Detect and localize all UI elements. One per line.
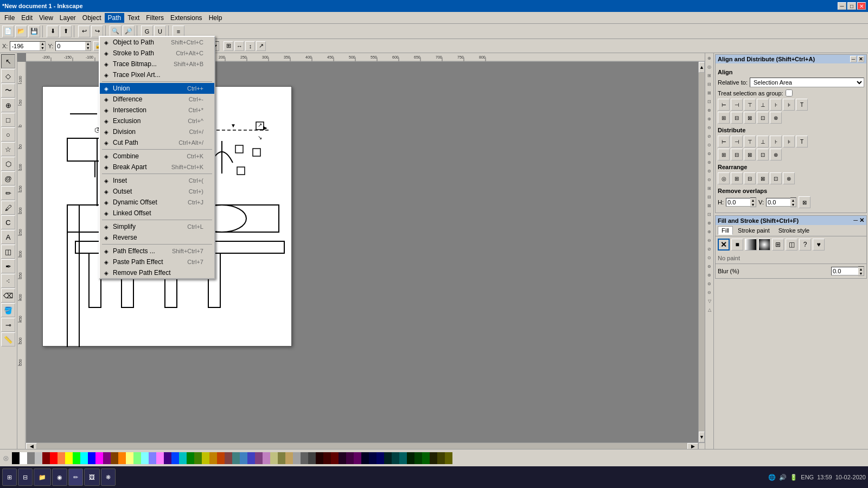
distrib-unclump[interactable]: ⊗ (770, 149, 782, 160)
color-swatch[interactable] (285, 452, 293, 464)
color-swatch[interactable] (80, 452, 88, 464)
color-swatch[interactable] (240, 452, 247, 464)
align-panel-minimize[interactable]: ─ (850, 56, 857, 62)
snap-btn-15[interactable]: ⊝ (706, 176, 713, 183)
menu-item-linked-offset[interactable]: ◈Linked Offset (100, 208, 214, 219)
save-button[interactable]: 💾 (28, 25, 40, 37)
color-swatch[interactable] (346, 452, 354, 464)
overlap-h-down[interactable]: ▼ (750, 202, 756, 207)
color-swatch[interactable] (27, 452, 35, 464)
relative-to-select[interactable]: Selection Area First selected Last selec… (750, 78, 864, 87)
menu-item-paste-path-effect[interactable]: ◈Paste Path EffectCtrl+7 (100, 256, 214, 267)
pencil-tool[interactable]: ✏ (1, 186, 15, 200)
menu-item-division[interactable]: ◈DivisionCtrl+/ (100, 126, 214, 137)
color-swatch[interactable] (42, 452, 50, 464)
color-swatch[interactable] (331, 452, 339, 464)
no-paint-icon[interactable]: ✕ (718, 239, 730, 251)
measure-tool[interactable]: 📏 (1, 332, 15, 346)
snap-btn-27[interactable]: ⊜ (706, 280, 713, 287)
overlap-h-up[interactable]: ▲ (750, 198, 756, 202)
color-swatch[interactable] (141, 452, 149, 464)
distrib-4[interactable]: ⊡ (757, 112, 769, 124)
color-swatch[interactable] (255, 452, 263, 464)
snap-btn-18[interactable]: ⊠ (706, 202, 713, 209)
align-top-edge[interactable]: ⊥ (757, 99, 769, 111)
file-explorer-button[interactable]: 📁 (34, 468, 51, 486)
align-panel-close[interactable]: ✕ (858, 56, 864, 62)
menu-object[interactable]: Object (79, 13, 105, 23)
color-swatch[interactable] (12, 452, 20, 464)
color-swatch[interactable] (209, 452, 217, 464)
eraser-tool[interactable]: ⌫ (1, 288, 15, 303)
overlap-v-down[interactable]: ▼ (790, 202, 796, 207)
import-button[interactable]: ⬇ (47, 25, 59, 37)
heart-icon[interactable]: ♥ (813, 239, 825, 251)
distrib-even-v[interactable]: ⊟ (731, 149, 743, 160)
menu-item-inset[interactable]: ◈InsetCtrl+( (100, 175, 214, 186)
snap-btn-24[interactable]: ⊙ (706, 254, 713, 261)
chrome-button[interactable]: ◉ (52, 468, 67, 486)
text-tool[interactable]: A (1, 230, 15, 244)
color-swatch[interactable] (339, 452, 346, 464)
distrib-2[interactable]: ⊟ (731, 112, 743, 124)
snap-btn-13[interactable]: ⊛ (706, 158, 713, 166)
fill-panel-close[interactable]: ✕ (859, 217, 864, 223)
menu-item-union[interactable]: ◈UnionCtrl++ (100, 83, 214, 94)
scroll-thumb-h[interactable] (37, 443, 687, 449)
snap-btn-1[interactable]: ⊕ (706, 54, 713, 62)
color-swatch[interactable] (354, 452, 361, 464)
snap-btn-11[interactable]: ⊙ (706, 141, 713, 149)
color-swatch[interactable] (422, 452, 430, 464)
color-swatch[interactable] (361, 452, 369, 464)
color-swatch[interactable] (20, 452, 27, 464)
blur-value[interactable] (831, 267, 858, 275)
menu-item-combine[interactable]: ◈CombineCtrl+K (100, 151, 214, 162)
align-panel-controls[interactable]: ─ ✕ (850, 56, 864, 62)
color-swatch[interactable] (263, 452, 270, 464)
pattern-icon[interactable]: ⊞ (772, 239, 784, 251)
fill-tab[interactable]: Fill (718, 226, 733, 235)
color-swatch[interactable] (179, 452, 187, 464)
menu-filters[interactable]: Filters (143, 13, 167, 23)
menu-item-cut-path[interactable]: ◈Cut PathCtrl+Alt+/ (100, 137, 214, 148)
snap-btn-8[interactable]: ⊕ (706, 115, 713, 123)
distrib-bottom[interactable]: ⊧ (783, 136, 795, 147)
menu-item-exclusion[interactable]: ◈ExclusionCtrl+^ (100, 115, 214, 126)
snap-btn-7[interactable]: ⊗ (706, 106, 713, 114)
scroll-right-button[interactable]: ▶ (687, 443, 698, 449)
color-swatch[interactable] (65, 452, 73, 464)
fill-panel-minimize[interactable]: ─ (853, 217, 858, 223)
snap-btn-14[interactable]: ⊜ (706, 167, 713, 175)
align-center-h[interactable]: ⊦ (770, 99, 782, 111)
snap-btn-22[interactable]: ⊖ (706, 236, 713, 244)
align-right-edge[interactable]: ⊤ (744, 99, 756, 111)
snap-btn-2[interactable]: ◎ (706, 63, 713, 70)
transform-btn-4[interactable]: ↗ (256, 41, 266, 51)
menu-layer[interactable]: Layer (56, 13, 79, 23)
color-swatch[interactable] (35, 452, 42, 464)
overlap-v-up[interactable]: ▲ (790, 198, 796, 202)
spiral-tool[interactable]: @ (1, 171, 15, 185)
color-swatch[interactable] (73, 452, 80, 464)
node-tool[interactable]: ◇ (1, 69, 15, 83)
blur-up[interactable]: ▲ (858, 267, 864, 271)
color-swatch[interactable] (58, 452, 65, 464)
menu-path[interactable]: Path (105, 13, 125, 23)
export-button[interactable]: ⬆ (60, 25, 72, 37)
scroll-up-button[interactable]: ▲ (699, 62, 705, 73)
window-controls[interactable]: ─ □ ✕ (838, 2, 866, 10)
color-swatch[interactable] (156, 452, 164, 464)
color-swatch[interactable] (171, 452, 179, 464)
transform-btn-3[interactable]: ↕ (245, 41, 255, 51)
app-button[interactable]: ❋ (101, 468, 116, 486)
vertical-scrollbar[interactable]: ▲ ▼ (698, 62, 705, 442)
scroll-thumb-v[interactable] (699, 73, 705, 432)
color-swatch[interactable] (232, 452, 240, 464)
snap-btn-25[interactable]: ⊚ (706, 262, 713, 270)
menu-item-break-apart[interactable]: ◈Break ApartShift+Ctrl+K (100, 162, 214, 172)
x-down-arrow[interactable]: ▼ (40, 46, 45, 50)
menu-item-object-to-path[interactable]: ◈Object to PathShift+Ctrl+C (100, 37, 214, 48)
y-down-arrow[interactable]: ▼ (85, 46, 91, 50)
select-tool[interactable]: ↖ (1, 54, 15, 68)
overlap-v-input[interactable]: ▲▼ (766, 197, 796, 207)
